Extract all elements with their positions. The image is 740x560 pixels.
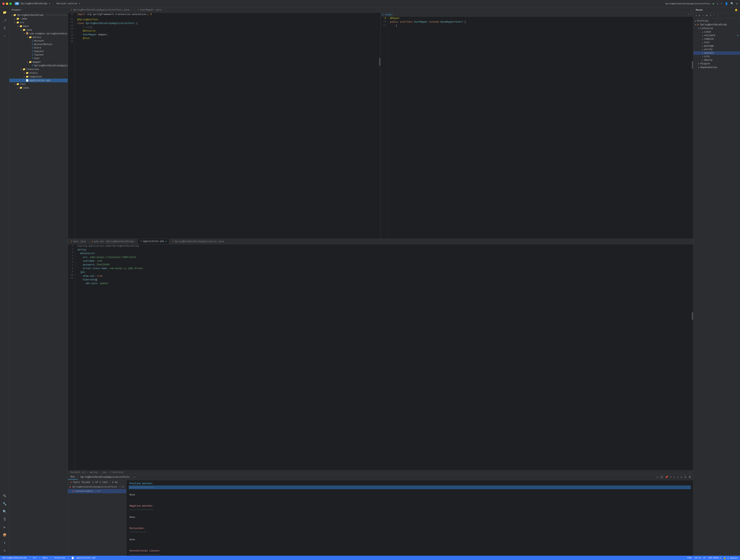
tab-user[interactable]: J User.java: [68, 239, 89, 244]
tab-menu-top[interactable]: ⋯: [689, 9, 693, 11]
collapse-icon[interactable]: ⇲: [676, 475, 679, 479]
sort-icon[interactable]: ⇅: [680, 475, 683, 479]
stop-icon[interactable]: ⬛: [659, 475, 664, 479]
bottom-code-content[interactable]: #spring.application.name=SpringBootDataS…: [75, 244, 691, 470]
maven-deploy[interactable]: ↺ deploy: [693, 58, 740, 62]
tree-item-idea[interactable]: ▸ 📁 .idea: [9, 17, 68, 21]
tree-item-test[interactable]: ▾ 📁 test: [9, 82, 68, 86]
left-code-content[interactable]: import org.springframework.transaction.a…: [75, 13, 379, 239]
delete-icon[interactable]: 🗑: [688, 475, 691, 479]
project-name[interactable]: SpringBootDataStudy: [21, 2, 48, 5]
maven-notification[interactable]: 🔔: [735, 9, 738, 11]
maven-lifecycle[interactable]: ▾ Lifecycle: [693, 26, 740, 30]
tree-item-teacher[interactable]: ▸ C Teacher: [9, 53, 68, 57]
tree-item-static[interactable]: ▸ 📁 static: [9, 71, 68, 75]
tree-item-src[interactable]: ▾ 📁 src: [9, 21, 68, 24]
structure-icon[interactable]: ☰: [1, 24, 8, 31]
pin-icon[interactable]: 📌: [664, 475, 669, 479]
status-lf[interactable]: LF: [703, 557, 706, 559]
database-icon[interactable]: 🗄: [1, 516, 8, 523]
version-control-label[interactable]: Version control: [56, 2, 77, 5]
info-icon[interactable]: ℹ: [1, 539, 8, 546]
status-encoding[interactable]: ISO-8859-1: [708, 557, 721, 559]
maven-install[interactable]: ↺ install: [693, 51, 740, 55]
tree-item-score[interactable]: ▸ C Score: [9, 46, 68, 50]
bottom-scroll-thumb[interactable]: [692, 312, 693, 320]
tree-item-templates[interactable]: ▸ 📁 templates: [9, 75, 68, 79]
bottom-scroll-track[interactable]: [691, 244, 693, 470]
maven-refresh[interactable]: ↺: [695, 14, 698, 17]
expand-icon[interactable]: ⇱: [673, 475, 676, 479]
plugin-icon[interactable]: 🔌: [1, 492, 8, 499]
tab-appyml[interactable]: Y application.yml ●: [138, 239, 169, 244]
maven-validate[interactable]: ↺ validate ●: [693, 34, 740, 37]
tree-item-java[interactable]: ▾ 📁 java: [9, 28, 68, 32]
maven-package[interactable]: ↺ package: [693, 44, 740, 48]
maven-filter[interactable]: ≡: [709, 14, 712, 17]
tree-item-entity[interactable]: ▾ 📁 entity: [9, 35, 68, 39]
tree-item-resources[interactable]: ▾ 📁 resources: [9, 68, 68, 71]
tab-run[interactable]: Run: [68, 475, 78, 479]
right-pane-menu[interactable]: ⋯: [690, 13, 691, 16]
maximize-button[interactable]: [9, 3, 12, 5]
more-options-icon[interactable]: ⋯: [721, 2, 722, 5]
tab-close-springboottest[interactable]: ✕: [130, 9, 132, 11]
close-run-config[interactable]: ✕: [132, 475, 137, 479]
tool-icon[interactable]: 🔧: [1, 500, 8, 507]
minimize-button[interactable]: [6, 3, 8, 5]
maven-profiles[interactable]: ▸ Profiles: [693, 19, 740, 23]
sidebar-dropdown[interactable]: ▾: [21, 9, 23, 11]
tree-item-springbootapp[interactable]: ▸ C SpringBootDataStudyApplication: [9, 64, 68, 68]
more-activity-icon[interactable]: ⋯: [1, 32, 8, 39]
maven-verify[interactable]: ↺ verify: [693, 48, 740, 51]
maven-dependencies[interactable]: ▸ Dependencies: [693, 66, 740, 69]
maven-site[interactable]: ↺ site: [693, 55, 740, 58]
tree-item-springboot[interactable]: ▾ 📁 SpringBootDataStudy ~/Desktop/CS/Jav…: [9, 13, 68, 17]
maven-compile[interactable]: ↺ compile: [693, 37, 740, 41]
run-button[interactable]: ▶: [713, 2, 714, 5]
left-scroll-thumb[interactable]: [379, 58, 380, 66]
run2-icon[interactable]: ▶: [1, 524, 8, 531]
deploy-icon[interactable]: 📦: [1, 532, 8, 539]
tree-item-mapper[interactable]: ▾ 📁 mapper: [9, 60, 68, 64]
folder-icon[interactable]: 📁: [1, 9, 8, 16]
search2-icon[interactable]: 🔍: [1, 508, 8, 515]
right-code-content[interactable]: @Mapper public interface UserMapper exte…: [388, 17, 692, 239]
refresh-icon[interactable]: ↺: [717, 2, 718, 5]
tab-usermapper[interactable]: J UserMapper.java ✕: [134, 7, 166, 12]
maven-test[interactable]: ↺ test: [693, 41, 740, 44]
tab-run-config[interactable]: SpringBootDataStudyApplicationTests: [78, 475, 132, 479]
close-button[interactable]: [2, 3, 5, 5]
left-scroll-track[interactable]: [379, 13, 380, 239]
status-line-col[interactable]: 10:14: [695, 557, 701, 559]
maven-clean[interactable]: ↺ clean: [693, 30, 740, 34]
test-suite-item[interactable]: ● SpringBootDataStudyApplicationTests 3 …: [68, 485, 126, 489]
tab-close-usermapper[interactable]: ✕: [162, 9, 164, 11]
tab-menu-bottom[interactable]: ⋯: [689, 240, 693, 243]
print-icon[interactable]: 🖨: [683, 475, 687, 479]
tree-item-testjava[interactable]: ▸ 📁 java: [9, 86, 68, 90]
tree-item-account[interactable]: ▸ C Account: [9, 39, 68, 43]
tree-item-main[interactable]: ▾ 📁 main: [9, 24, 68, 28]
search-icon[interactable]: 🔍: [730, 2, 734, 5]
rerun-icon[interactable]: ↺: [656, 475, 659, 479]
vcs-icon[interactable]: ⎇: [1, 17, 8, 24]
maven-project[interactable]: ▾ m SpringBootDataStudy: [693, 23, 740, 26]
tree-item-subject[interactable]: ▸ C Subject: [9, 50, 68, 53]
maven-run[interactable]: ▶: [698, 14, 701, 17]
maven-more[interactable]: ⋮: [716, 14, 720, 17]
version-control-dropdown[interactable]: ▾: [79, 2, 80, 5]
tree-item-accountdetail[interactable]: ▸ C AccountDetail: [9, 43, 68, 46]
maven-add[interactable]: +: [702, 14, 704, 17]
tab-springboottest[interactable]: J SpringBootDataStudyApplicationTests.ja…: [68, 7, 134, 12]
right-scroll-track[interactable]: [691, 17, 693, 239]
maven-download[interactable]: ↓: [713, 14, 715, 17]
maven-skip[interactable]: ⏭: [705, 14, 709, 17]
gear-icon[interactable]: ⚙: [1, 547, 8, 554]
tree-item-appyml[interactable]: ▸ 📄 application.yml: [9, 79, 68, 82]
tree-item-com[interactable]: ▾ 📦 com.example.springbootdatastudy: [9, 32, 68, 35]
right-scroll-thumb[interactable]: [692, 61, 693, 69]
tree-item-user[interactable]: ▸ C User: [9, 57, 68, 60]
test-case-item[interactable]: ● contextLoads() 3 ms: [68, 489, 126, 493]
tab-springbootapp[interactable]: J SpringBootDataStudyApplication.java: [169, 239, 226, 244]
